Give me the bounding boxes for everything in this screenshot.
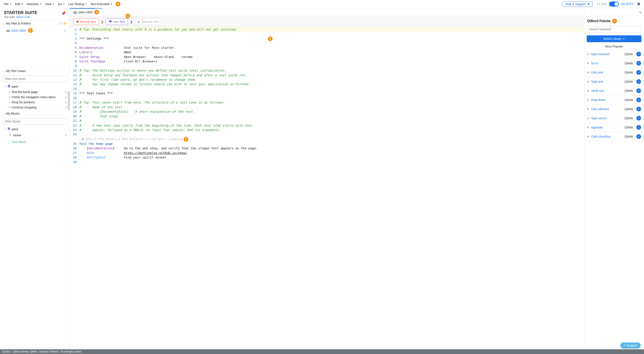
info-icon[interactable]: i	[636, 98, 641, 102]
chevron-down-icon: ⌄	[4, 128, 6, 130]
info-icon[interactable]: i	[636, 61, 641, 66]
lens-exec[interactable]: Execute	[170, 138, 182, 141]
caret-down-icon: ▼	[587, 2, 590, 6]
delete-icon[interactable]: 🗑	[64, 29, 67, 32]
caret-down-icon: ▼	[110, 3, 113, 5]
caret-down-icon: ▼	[40, 3, 42, 5]
qword-palette: » QWord Palette 7 Select Library▼ Most P…	[584, 8, 644, 349]
files-actions: 📄 📁	[58, 22, 67, 25]
keyword-row[interactable]: ≡Click checkboxQWebi	[584, 132, 644, 141]
view-mode-toggle[interactable]	[609, 2, 619, 6]
new-folder-icon[interactable]: 📁	[63, 22, 67, 25]
live-test-button[interactable]: Live Test	[106, 18, 128, 25]
caret-down-icon: ▼	[21, 3, 23, 5]
info-icon[interactable]: i	[636, 52, 641, 56]
drag-icon[interactable]: ≡	[587, 52, 589, 56]
info-icon[interactable]: i	[636, 88, 641, 93]
new-file-icon[interactable]: 📄	[58, 22, 62, 25]
expand-icon[interactable]: »	[639, 10, 641, 14]
cube-icon	[8, 133, 12, 137]
keyword-row[interactable]: ≡Click textQWebi	[584, 68, 644, 77]
testcase-item[interactable]: ≡Continue shopping🗑	[0, 105, 70, 110]
menu-test-execution[interactable]: Test Execution▼	[88, 1, 114, 7]
block-item[interactable]: Home 🗑	[0, 132, 70, 138]
menu-edit[interactable]: Edit▼	[13, 1, 25, 7]
files-header-label: My Files & Folders	[6, 22, 31, 25]
filter-blocks-input[interactable]	[2, 118, 67, 124]
caret-down-icon: ▼	[52, 3, 54, 5]
delete-icon[interactable]: 🗑	[64, 90, 68, 94]
palette-title: QWord Palette	[587, 19, 610, 23]
menu-view[interactable]: View▼	[44, 1, 56, 7]
delete-icon[interactable]: 🗑	[64, 96, 68, 99]
drag-icon[interactable]: ≡	[587, 116, 589, 120]
info-icon[interactable]: i	[636, 70, 641, 75]
block-group[interactable]: ⌄ pace	[0, 126, 70, 132]
delete-icon[interactable]: 🗑	[64, 106, 68, 109]
support-button[interactable]: ? Support	[620, 342, 640, 348]
menu-selection[interactable]: Selection▼	[25, 1, 44, 7]
chevron-right-icon: ❯	[101, 20, 104, 24]
keyword-row[interactable]: ≡Open browserQWebi	[584, 50, 644, 59]
keyword-row[interactable]: ≡Type textQWebi	[584, 77, 644, 86]
close-icon[interactable]: ✕	[637, 2, 640, 6]
drag-icon[interactable]: ≡	[587, 98, 589, 102]
info-icon[interactable]: i	[636, 134, 641, 139]
record-test-button[interactable]: Record Test	[73, 18, 99, 25]
drag-icon[interactable]: ≡	[587, 80, 589, 83]
menu-go[interactable]: Go▼	[56, 1, 67, 7]
testcase-list[interactable]: ≡Test the home page🗑 ≡Check the navigati…	[0, 90, 70, 110]
testcases-header[interactable]: ⌄ My Test Cases	[0, 68, 70, 74]
keyword-row[interactable]: ≡AppstateQWebi	[584, 123, 644, 132]
script-label: SCRIPT	[621, 2, 634, 6]
drag-icon[interactable]: ≡	[587, 89, 589, 92]
info-icon[interactable]: i	[636, 125, 641, 130]
help-support-button[interactable]: Help & Support▼	[563, 1, 593, 7]
code-editor[interactable]: 1# Tip: Everything that starts with # is…	[70, 27, 584, 349]
action-strip: Record Test ❯ Live Test 4 ❯ ▶Execute Tes…	[70, 16, 584, 27]
testcase-item[interactable]: ≡Shop for products🗑	[0, 100, 70, 105]
lens-live[interactable]: Live Test	[150, 138, 164, 141]
keyword-list[interactable]: ≡Open browserQWebi ≡Go toQWebi ≡Click te…	[584, 50, 644, 349]
testcase-group[interactable]: ⌄ pace	[0, 83, 70, 90]
blocks-header-label: My Blocks	[6, 112, 20, 115]
tour-badge-4: 4	[126, 14, 130, 18]
scrollbar-thumb[interactable]	[68, 92, 70, 110]
drag-icon[interactable]: ≡	[587, 71, 589, 74]
filter-testcases-input[interactable]	[2, 76, 67, 82]
list-icon: ≡	[8, 96, 10, 99]
new-block-button[interactable]: ＋ New Block	[0, 138, 70, 146]
delete-icon[interactable]: 🗑	[64, 100, 68, 104]
testcase-item[interactable]: ≡Test the home page🗑	[0, 90, 70, 94]
lens-edit[interactable]: Edit in Flow Editor	[86, 138, 115, 141]
blocks-header[interactable]: ⌄ My Blocks	[0, 110, 70, 117]
chevron-down-icon: ⌄	[3, 112, 5, 115]
drag-icon[interactable]: ≡	[587, 126, 589, 129]
pin-icon[interactable]: 📌	[61, 11, 66, 16]
menu-file[interactable]: File▼	[2, 1, 13, 7]
tab-pace-robot[interactable]: 🤖 pace.robot 6	[70, 8, 103, 16]
keyword-row[interactable]: ≡Go toQWebi	[584, 59, 644, 68]
select-library-button[interactable]: Select Library▼	[587, 35, 642, 42]
info-icon[interactable]: i	[636, 107, 641, 112]
execute-test-button[interactable]: ▶Execute Test	[135, 18, 162, 25]
menu-live-testing[interactable]: Live Testing▼	[67, 1, 89, 7]
search-keyword-input[interactable]	[587, 26, 642, 32]
keyword-row[interactable]: ≡Click elementQWebi	[584, 104, 644, 114]
file-row[interactable]: 🤖 pace.robot 1 🗑	[0, 27, 70, 34]
list-icon: ≡	[8, 100, 10, 104]
info-icon[interactable]: i	[636, 116, 641, 120]
keyword-row[interactable]: ≡Verify textQWebi	[584, 86, 644, 96]
drag-icon[interactable]: ≡	[587, 107, 589, 111]
testcase-item[interactable]: ≡Check the navigation menu items🗑	[0, 94, 70, 100]
files-header[interactable]: ⌄ My Files & Folders 📄 📁	[0, 20, 70, 27]
drag-icon[interactable]: ≡	[587, 62, 589, 65]
keyword-row[interactable]: ≡Drop downQWebi	[584, 96, 644, 104]
lens-analytics[interactable]: Show Analytics	[122, 138, 143, 141]
delete-icon[interactable]: 🗑	[64, 134, 68, 137]
info-icon[interactable]: i	[636, 79, 641, 84]
keyword-row[interactable]: ≡Type secretQWebi	[584, 114, 644, 123]
suite-link[interactable]: Starter suite	[16, 16, 30, 18]
list-icon: ≡	[8, 106, 10, 109]
drag-icon[interactable]: ≡	[587, 135, 589, 138]
